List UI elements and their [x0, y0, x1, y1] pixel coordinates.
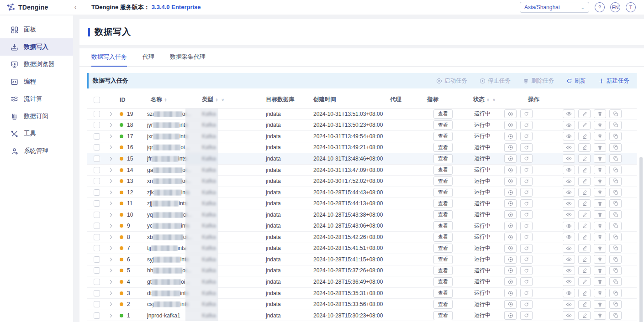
timezone-select[interactable]: Asia/Shanghai ⌄ — [520, 2, 589, 13]
stop-task-button[interactable] — [504, 188, 517, 197]
sort-icon[interactable]: ▲▼ — [164, 98, 167, 102]
view-metrics-button[interactable]: 查看 — [433, 199, 453, 208]
view-task-button[interactable] — [563, 244, 575, 253]
stop-task-button[interactable] — [504, 199, 517, 208]
delete-task-button[interactable] — [594, 177, 606, 186]
view-metrics-button[interactable]: 查看 — [433, 210, 453, 219]
expand-row-button[interactable] — [108, 111, 114, 117]
sidebar-item-2[interactable]: 数据写入 — [0, 38, 73, 56]
restart-task-button[interactable] — [520, 154, 533, 163]
expand-row-button[interactable] — [108, 190, 114, 195]
restart-task-button[interactable] — [520, 188, 533, 197]
view-metrics-button[interactable]: 查看 — [433, 300, 453, 309]
row-checkbox[interactable] — [94, 301, 100, 307]
restart-task-button[interactable] — [520, 300, 533, 309]
filter-icon[interactable]: ∨ — [221, 98, 224, 102]
view-task-button[interactable] — [563, 121, 575, 130]
version-value[interactable]: 3.3.4.0 Enterprise — [152, 4, 201, 10]
expand-row-button[interactable] — [108, 156, 114, 161]
duplicate-task-button[interactable] — [609, 188, 622, 197]
duplicate-task-button[interactable] — [609, 266, 622, 275]
expand-row-button[interactable] — [108, 245, 114, 251]
restart-task-button[interactable] — [520, 132, 533, 140]
filter-icon[interactable]: ∨ — [492, 98, 496, 102]
view-task-button[interactable] — [563, 311, 575, 320]
stop-task-button[interactable] — [504, 244, 517, 253]
sort-icon[interactable]: ▲▼ — [215, 98, 218, 102]
tab-2[interactable]: 代理 — [143, 53, 154, 66]
expand-row-button[interactable] — [108, 178, 114, 184]
stop-task-button[interactable] — [504, 300, 517, 309]
row-checkbox[interactable] — [94, 234, 100, 240]
help-button[interactable]: ? — [595, 2, 605, 12]
view-metrics-button[interactable]: 查看 — [433, 109, 453, 119]
edit-task-button[interactable] — [578, 143, 591, 152]
expand-row-button[interactable] — [108, 268, 114, 273]
expand-row-button[interactable] — [108, 234, 114, 240]
edit-task-button[interactable] — [578, 289, 591, 297]
stop-task-button[interactable] — [504, 143, 517, 152]
stop-task-button[interactable] — [504, 210, 517, 219]
view-metrics-button[interactable]: 查看 — [433, 166, 453, 175]
edit-task-button[interactable] — [578, 255, 591, 264]
expand-row-button[interactable] — [108, 212, 114, 218]
delete-task-button[interactable] — [594, 121, 606, 130]
restart-task-button[interactable] — [520, 143, 533, 152]
column-header-name[interactable]: 名称▲▼ — [147, 96, 202, 104]
view-metrics-button[interactable]: 查看 — [433, 143, 453, 152]
expand-row-button[interactable] — [108, 301, 114, 307]
stop-task-button[interactable] — [504, 311, 517, 320]
delete-task-button[interactable] — [594, 166, 606, 174]
sidebar-item-6[interactable]: 数据订阅 — [0, 108, 73, 125]
expand-row-button[interactable] — [108, 122, 114, 128]
restart-task-button[interactable] — [520, 166, 533, 174]
view-metrics-button[interactable]: 查看 — [433, 221, 453, 230]
view-metrics-button[interactable]: 查看 — [433, 311, 453, 320]
edit-task-button[interactable] — [578, 277, 591, 286]
expand-row-button[interactable] — [108, 201, 114, 206]
duplicate-task-button[interactable] — [609, 222, 622, 230]
sort-icon[interactable]: ▲▼ — [486, 98, 490, 102]
delete-task-button[interactable] — [594, 143, 606, 152]
expand-row-button[interactable] — [108, 279, 114, 285]
sidebar-collapse-button[interactable]: ‹ — [71, 3, 79, 11]
delete-task-button[interactable] — [594, 109, 606, 118]
restart-task-button[interactable] — [520, 199, 533, 208]
view-task-button[interactable] — [563, 277, 575, 286]
edit-task-button[interactable] — [578, 222, 591, 230]
view-task-button[interactable] — [563, 289, 575, 297]
tab-3[interactable]: 数据采集代理 — [170, 53, 206, 66]
view-task-button[interactable] — [563, 255, 575, 264]
启动任务-button[interactable]: 启动任务 — [436, 77, 467, 85]
delete-task-button[interactable] — [594, 233, 606, 241]
row-checkbox[interactable] — [94, 133, 100, 140]
row-checkbox[interactable] — [94, 267, 100, 274]
select-all-checkbox[interactable] — [94, 97, 100, 103]
row-checkbox[interactable] — [94, 200, 100, 207]
column-header-type[interactable]: 类型▲▼∨ — [202, 96, 262, 104]
sidebar-item-5[interactable]: 流计算 — [0, 90, 73, 108]
duplicate-task-button[interactable] — [609, 277, 622, 286]
delete-task-button[interactable] — [594, 154, 606, 163]
view-metrics-button[interactable]: 查看 — [433, 177, 453, 186]
delete-task-button[interactable] — [594, 277, 606, 286]
edit-task-button[interactable] — [578, 311, 591, 320]
row-checkbox[interactable] — [94, 189, 100, 196]
row-checkbox[interactable] — [94, 312, 100, 319]
row-checkbox[interactable] — [94, 122, 100, 128]
duplicate-task-button[interactable] — [609, 177, 622, 186]
language-button[interactable]: EN — [610, 2, 620, 12]
view-metrics-button[interactable]: 查看 — [433, 188, 453, 197]
sidebar-item-7[interactable]: 工具 — [0, 125, 73, 142]
sidebar-item-4[interactable]: 编程 — [0, 73, 73, 90]
row-checkbox[interactable] — [94, 279, 100, 285]
restart-task-button[interactable] — [520, 121, 533, 130]
scrollbar-thumb[interactable] — [639, 157, 643, 322]
stop-task-button[interactable] — [504, 255, 517, 264]
view-task-button[interactable] — [563, 266, 575, 275]
expand-row-button[interactable] — [108, 134, 114, 139]
edit-task-button[interactable] — [578, 177, 591, 186]
expand-row-button[interactable] — [108, 291, 114, 296]
view-metrics-button[interactable]: 查看 — [433, 132, 453, 141]
duplicate-task-button[interactable] — [609, 132, 622, 140]
